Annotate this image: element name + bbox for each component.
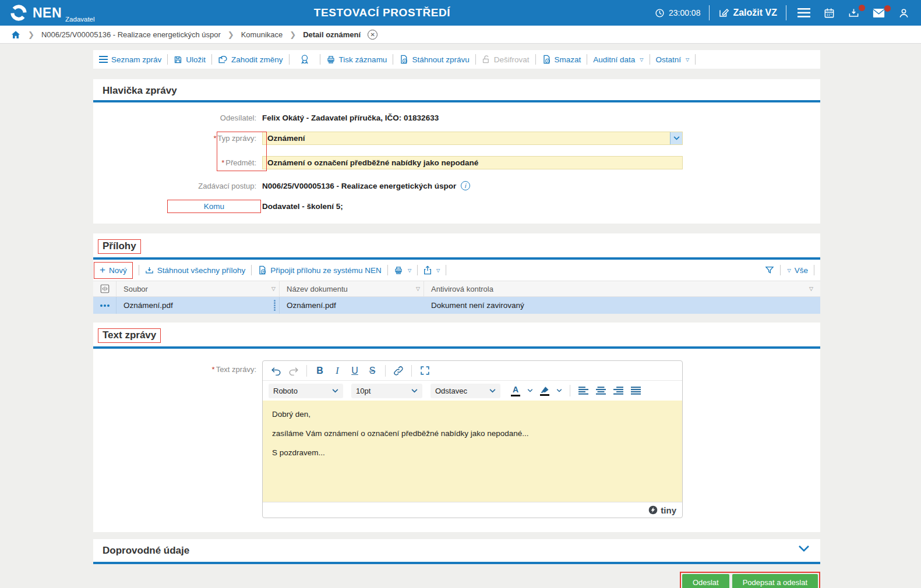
align-left-button[interactable] (576, 383, 591, 398)
column-filter-caret-icon[interactable]: ▽ (271, 286, 276, 292)
divider (709, 5, 710, 20)
attachments-toolbar: + Nový Stáhnout všechny přílohy Připojit… (93, 260, 820, 281)
download-tray-icon (848, 8, 859, 19)
undo-button[interactable] (269, 363, 284, 378)
decrypt-button[interactable]: Dešifrovat (482, 55, 530, 64)
calendar-button[interactable] (821, 8, 837, 19)
column-header-doc-name[interactable]: Název dokumentu ▽ (280, 281, 424, 296)
drag-handle-icon[interactable] (274, 300, 276, 311)
divider (570, 385, 570, 396)
editor-content[interactable]: Dobrý den, zasíláme Vám oznámení o označ… (263, 401, 682, 502)
column-filter-caret-icon[interactable]: ▽ (809, 286, 813, 292)
align-center-button[interactable] (593, 383, 608, 398)
font-size-select[interactable]: 10pt (351, 384, 422, 398)
seal-button[interactable] (295, 54, 314, 65)
column-header-antivirus[interactable]: Antivirová kontrola ▽ (424, 281, 820, 296)
audit-data-menu[interactable]: Auditní data ▽ (593, 55, 643, 64)
row-actions-button[interactable] (93, 297, 117, 314)
bold-button[interactable]: B (312, 363, 327, 378)
app-brand[interactable]: NEN Zadavatel (9, 3, 95, 23)
redo-button[interactable] (286, 363, 301, 378)
message-list-button[interactable]: Seznam zpráv (99, 55, 161, 64)
profile-button[interactable] (896, 8, 912, 19)
column-filter-caret-icon[interactable]: ▽ (416, 286, 420, 292)
home-icon[interactable] (10, 30, 21, 40)
footer-actions: Odeslat Podepsat a odeslat (93, 572, 820, 588)
highlight-color-caret-icon[interactable] (554, 383, 564, 398)
messages-button[interactable] (870, 8, 887, 18)
highlight-color-button[interactable] (538, 383, 552, 398)
info-icon[interactable]: i (461, 181, 470, 190)
filter-all-select[interactable]: ▽ Vše (786, 266, 808, 275)
download-message-icon (399, 55, 408, 64)
justify-button[interactable] (628, 383, 643, 398)
divider (385, 365, 386, 377)
plus-icon: + (100, 266, 105, 274)
attachment-file-name[interactable]: Oznámení.pdf (123, 301, 173, 310)
section-title: Text zprávy (98, 328, 161, 343)
divider (251, 265, 252, 275)
accompanying-data-section: Doprovodné údaje (93, 539, 820, 564)
font-family-select[interactable]: Roboto (269, 384, 343, 398)
editor-toolbar-row2: Roboto 10pt Odstavec A (263, 381, 682, 401)
notification-badge (884, 5, 891, 12)
dropdown-caret-icon: ▽ (788, 268, 791, 273)
link-button[interactable] (391, 363, 406, 378)
download-message-button[interactable]: Stáhnout zprávu (399, 55, 469, 64)
recipients-button[interactable]: Komu (167, 200, 261, 213)
section-underline (93, 346, 820, 349)
divider (587, 54, 587, 65)
select-chevron-icon[interactable] (670, 132, 682, 144)
text-color-button[interactable]: A (509, 383, 523, 398)
block-format-select[interactable]: Odstavec (430, 384, 500, 398)
text-color-caret-icon[interactable] (525, 383, 535, 398)
column-chooser-button[interactable] (93, 281, 117, 296)
discard-changes-button[interactable]: Zahodit změny (218, 55, 283, 64)
print-attachments-button[interactable]: ▽ (394, 266, 411, 275)
attach-from-nen-button[interactable]: Připojit přílohu ze systému NEN (257, 265, 382, 275)
breadcrumb-item-communication[interactable]: Komunikace (241, 30, 283, 39)
filter-button[interactable] (765, 265, 774, 275)
other-menu[interactable]: Ostatní ▽ (656, 55, 690, 64)
export-attachments-button[interactable]: ▽ (424, 265, 440, 275)
downloads-button[interactable] (846, 8, 862, 19)
align-right-button[interactable] (611, 383, 626, 398)
brand-role-label: Zadavatel (65, 16, 95, 23)
hamburger-menu-icon (798, 8, 810, 17)
expand-section-chevron-icon[interactable] (798, 545, 810, 552)
sign-and-send-button[interactable]: Podepsat a odeslat (732, 574, 818, 588)
divider (780, 265, 781, 275)
divider (417, 265, 418, 275)
print-record-button[interactable]: Tisk záznamu (326, 55, 387, 64)
strikethrough-button[interactable]: S (365, 363, 380, 378)
delete-button[interactable]: Smazat (542, 55, 581, 64)
column-header-file[interactable]: Soubor ▽ (117, 281, 280, 296)
new-attachment-button[interactable]: + Nový (100, 266, 127, 275)
fullscreen-button[interactable] (417, 363, 432, 378)
breadcrumb-item-procedure[interactable]: N006/25/V00005136 - Realizace energetick… (41, 30, 221, 39)
send-button[interactable]: Odeslat (682, 574, 729, 588)
main-menu-button[interactable] (795, 8, 813, 17)
save-button[interactable]: Uložit (174, 55, 206, 64)
underline-button[interactable]: U (347, 363, 362, 378)
breadcrumb-chevron-icon: ❯ (28, 30, 34, 39)
medal-icon (300, 54, 309, 65)
delete-message-icon (542, 55, 551, 64)
divider (814, 265, 814, 275)
subject-input[interactable]: Oznámení o označení předběžné nabídky ja… (262, 156, 683, 169)
italic-button[interactable]: I (330, 363, 345, 378)
clock-icon (655, 8, 665, 18)
divider (475, 54, 476, 65)
message-type-select[interactable]: Oznámení (262, 132, 683, 145)
download-all-attachments-button[interactable]: Stáhnout všechny přílohy (145, 266, 246, 275)
sender-row: Odesílatel: Felix Okátý - Zadavatel přír… (93, 112, 820, 123)
close-tab-icon[interactable]: ✕ (368, 30, 377, 40)
divider (650, 54, 650, 65)
attachment-row[interactable]: Oznámení.pdf Oznámení.pdf Dokument není … (93, 297, 820, 314)
procedure-label: Zadávací postup: (93, 182, 262, 190)
create-vz-button[interactable]: Založit VZ (718, 8, 777, 18)
sender-label: Odesílatel: (93, 114, 262, 122)
dropdown-caret-icon: ▽ (436, 268, 440, 273)
divider (535, 54, 536, 65)
tiny-brand-label[interactable]: tiny (661, 505, 676, 515)
